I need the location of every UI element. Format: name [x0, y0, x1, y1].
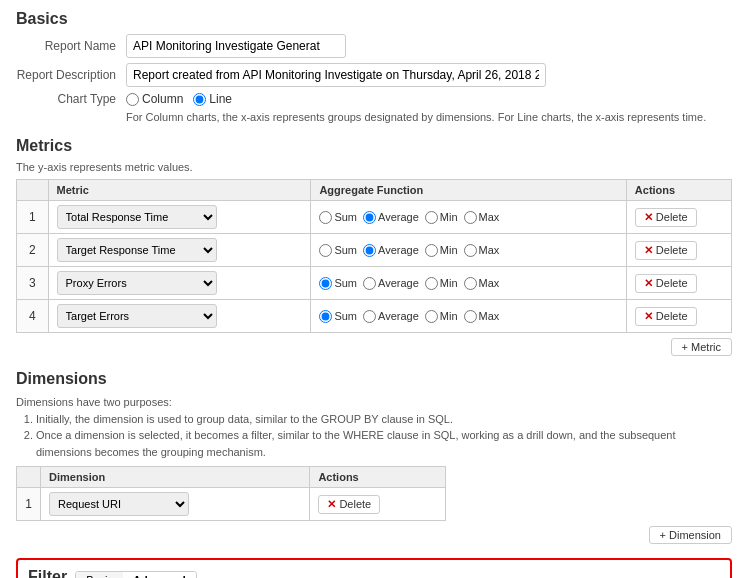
metrics-row-metric: Target Errors: [48, 300, 311, 333]
metrics-row-actions: ✕ Delete: [626, 234, 731, 267]
chart-type-column-radio[interactable]: [126, 93, 139, 106]
add-metric-row: + Metric: [16, 338, 732, 356]
agg-radio-average[interactable]: [363, 244, 376, 257]
filter-tab-basic[interactable]: Basic: [76, 572, 123, 578]
metrics-delete-button[interactable]: ✕ Delete: [635, 307, 697, 326]
agg-radio-label-max[interactable]: Max: [464, 211, 500, 224]
metrics-metric-select[interactable]: Total Response Time: [57, 205, 217, 229]
dim-delete-button[interactable]: ✕ Delete: [318, 495, 380, 514]
metrics-subtitle: The y-axis represents metric values.: [16, 161, 732, 173]
dim-row-actions: ✕ Delete: [310, 488, 445, 521]
agg-radio-label-sum[interactable]: Sum: [319, 244, 357, 257]
agg-radio-sum[interactable]: [319, 211, 332, 224]
metrics-row: 3 Proxy Errors Sum Average Min Max: [17, 267, 732, 300]
agg-radio-min[interactable]: [425, 277, 438, 290]
metrics-metric-select[interactable]: Proxy Errors: [57, 271, 217, 295]
delete-x-icon: ✕: [644, 211, 653, 224]
dim-hint-1: Initially, the dimension is used to grou…: [36, 411, 732, 428]
dim-num-header: [17, 467, 41, 488]
agg-radio-label-min[interactable]: Min: [425, 310, 458, 323]
add-dimension-row: + Dimension: [16, 526, 732, 544]
chart-type-column-label[interactable]: Column: [126, 92, 183, 106]
agg-radio-min[interactable]: [425, 211, 438, 224]
metrics-row-metric: Total Response Time: [48, 201, 311, 234]
agg-radio-average[interactable]: [363, 277, 376, 290]
metrics-delete-button[interactable]: ✕ Delete: [635, 274, 697, 293]
agg-radios: Sum Average Min Max: [319, 211, 617, 224]
metrics-table: Metric Aggregate Function Actions 1 Tota…: [16, 179, 732, 333]
report-name-input[interactable]: [126, 34, 346, 58]
chart-type-line-radio[interactable]: [193, 93, 206, 106]
agg-radio-max[interactable]: [464, 277, 477, 290]
report-name-label: Report Name: [16, 39, 126, 53]
agg-radio-label-sum[interactable]: Sum: [319, 277, 357, 290]
agg-radio-label-average[interactable]: Average: [363, 211, 419, 224]
metrics-row-num: 2: [17, 234, 49, 267]
metrics-row-num: 1: [17, 201, 49, 234]
chart-type-line-label[interactable]: Line: [193, 92, 232, 106]
agg-radio-max[interactable]: [464, 211, 477, 224]
metrics-metric-select[interactable]: Target Response Time: [57, 238, 217, 262]
agg-radio-max[interactable]: [464, 244, 477, 257]
delete-x-icon: ✕: [644, 244, 653, 257]
metrics-row-num: 4: [17, 300, 49, 333]
filter-tabs: Basic Advanced: [75, 571, 196, 578]
agg-radio-average[interactable]: [363, 211, 376, 224]
agg-radio-label-max[interactable]: Max: [464, 310, 500, 323]
metrics-title: Metrics: [16, 137, 732, 155]
metrics-delete-button[interactable]: ✕ Delete: [635, 208, 697, 227]
agg-radio-label-max[interactable]: Max: [464, 277, 500, 290]
add-metric-button[interactable]: + Metric: [671, 338, 732, 356]
agg-radio-label-min[interactable]: Min: [425, 244, 458, 257]
agg-radio-label-average[interactable]: Average: [363, 244, 419, 257]
agg-radio-sum[interactable]: [319, 244, 332, 257]
metrics-actions-header: Actions: [626, 180, 731, 201]
agg-radio-label-min[interactable]: Min: [425, 211, 458, 224]
agg-radio-sum[interactable]: [319, 277, 332, 290]
filter-tab-advanced[interactable]: Advanced: [123, 572, 196, 578]
metrics-row: 1 Total Response Time Sum Average Min Ma…: [17, 201, 732, 234]
dim-dimension-header: Dimension: [41, 467, 310, 488]
report-desc-row: Report Description: [16, 63, 732, 87]
basics-section: Basics Report Name Report Description Ch…: [16, 10, 732, 123]
dim-hint-2: Once a dimension is selected, it becomes…: [36, 427, 732, 460]
report-desc-input[interactable]: [126, 63, 546, 87]
agg-radio-max[interactable]: [464, 310, 477, 323]
dimensions-section: Dimensions Dimensions have two purposes:…: [16, 370, 732, 544]
delete-x-icon: ✕: [644, 277, 653, 290]
dim-actions-header: Actions: [310, 467, 445, 488]
agg-radio-label-average[interactable]: Average: [363, 310, 419, 323]
metrics-row: 4 Target Errors Sum Average Min Max: [17, 300, 732, 333]
report-name-row: Report Name: [16, 34, 732, 58]
agg-radio-sum[interactable]: [319, 310, 332, 323]
dimensions-table: Dimension Actions 1 Request URI ✕ Delete: [16, 466, 446, 521]
agg-radio-min[interactable]: [425, 310, 438, 323]
metrics-delete-button[interactable]: ✕ Delete: [635, 241, 697, 260]
agg-radio-label-min[interactable]: Min: [425, 277, 458, 290]
agg-radios: Sum Average Min Max: [319, 244, 617, 257]
chart-type-hint: For Column charts, the x-axis represents…: [126, 111, 732, 123]
metrics-row: 2 Target Response Time Sum Average Min M…: [17, 234, 732, 267]
agg-radio-min[interactable]: [425, 244, 438, 257]
filter-title: Filter: [28, 568, 67, 578]
dim-dimension-select[interactable]: Request URI: [49, 492, 189, 516]
add-dimension-button[interactable]: + Dimension: [649, 526, 732, 544]
metrics-row-actions: ✕ Delete: [626, 267, 731, 300]
metrics-agg-header: Aggregate Function: [311, 180, 626, 201]
metrics-metric-select[interactable]: Target Errors: [57, 304, 217, 328]
page-container: Basics Report Name Report Description Ch…: [0, 0, 748, 578]
chart-type-row: Chart Type Column Line: [16, 92, 732, 106]
metrics-row-metric: Target Response Time: [48, 234, 311, 267]
metrics-metric-header: Metric: [48, 180, 311, 201]
metrics-row-metric: Proxy Errors: [48, 267, 311, 300]
dimensions-hints: Dimensions have two purposes: Initially,…: [16, 394, 732, 460]
agg-radio-label-sum[interactable]: Sum: [319, 310, 357, 323]
basics-title: Basics: [16, 10, 732, 28]
agg-radio-label-max[interactable]: Max: [464, 244, 500, 257]
agg-radio-label-average[interactable]: Average: [363, 277, 419, 290]
agg-radio-label-sum[interactable]: Sum: [319, 211, 357, 224]
agg-radio-average[interactable]: [363, 310, 376, 323]
delete-x-icon: ✕: [327, 498, 336, 511]
metrics-row-num: 3: [17, 267, 49, 300]
dimensions-row: 1 Request URI ✕ Delete: [17, 488, 446, 521]
